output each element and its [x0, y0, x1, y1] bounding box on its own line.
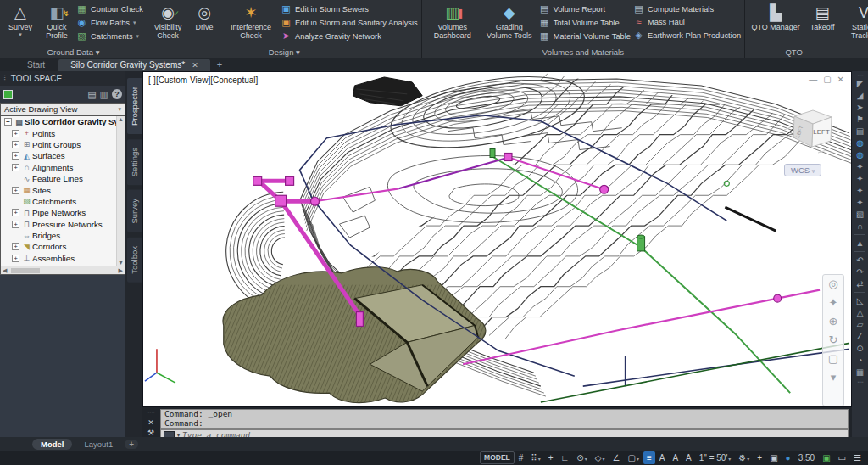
- annotation-visibility-icon[interactable]: A: [656, 451, 669, 464]
- side-tab-prospector[interactable]: Prospector: [127, 78, 142, 134]
- volumes-dashboard-button[interactable]: ▥▌Volumes Dashboard: [426, 2, 480, 40]
- corner-tool-2-icon[interactable]: ◢: [857, 91, 864, 100]
- toolbar-grip[interactable]: ⠤⠤: [857, 73, 863, 76]
- corner-tool-icon[interactable]: ◤: [857, 79, 864, 88]
- customization-menu-icon[interactable]: ☰: [850, 451, 865, 464]
- quick-profile-button[interactable]: ◧↯Quick Profile: [40, 2, 74, 40]
- mass-haul-button[interactable]: ≈Mass Haul: [633, 17, 741, 27]
- snap-mode-icon[interactable]: ⠿▾: [527, 451, 543, 464]
- arc-tool-icon[interactable]: ◔: [857, 356, 862, 365]
- ribbon-panel-title[interactable]: Inquiry ▾: [847, 48, 868, 58]
- edit-in-storm-and-sanitary-analysis-button[interactable]: ▣Edit in Storm and Sanitary Analysis: [281, 17, 418, 28]
- contour-check-button[interactable]: ▦Contour Check: [76, 3, 143, 14]
- compute-materials-button[interactable]: ▤Compute Materials: [633, 3, 741, 14]
- undo-arrow-icon[interactable]: ↶: [856, 255, 863, 265]
- restore-viewport-icon[interactable]: ▢: [823, 75, 831, 84]
- globe-2-icon[interactable]: ◍: [856, 150, 864, 160]
- sparkle-move-icon[interactable]: ✦: [856, 162, 863, 171]
- compass-tool-icon[interactable]: ⊙: [856, 344, 863, 353]
- grade-tool-icon[interactable]: ◺: [857, 296, 864, 305]
- volume-report-button[interactable]: ▤Volume Report: [539, 3, 631, 14]
- command-grip[interactable]: ⠒⠒: [147, 410, 154, 417]
- dynamic-input-icon[interactable]: +: [545, 451, 557, 464]
- visibility-check-button[interactable]: ◉✓Visibility Check: [151, 2, 185, 40]
- ortho-mode-icon[interactable]: ∟: [558, 451, 573, 464]
- status-plus-icon[interactable]: +: [754, 451, 765, 464]
- side-tab-toolbox[interactable]: Toolbox: [127, 238, 142, 283]
- qto-manager-button[interactable]: ▙QTO Manager: [748, 2, 803, 31]
- palette-grip[interactable]: ⠇: [3, 75, 8, 82]
- drive-button[interactable]: ◎Drive: [187, 2, 221, 31]
- material-volume-table-button[interactable]: ▦Material Volume Table: [539, 31, 631, 42]
- zoom-icon[interactable]: ⊕: [829, 316, 838, 327]
- analyze-gravity-network-button[interactable]: ➤Analyze Gravity Network: [281, 31, 418, 42]
- performance-value[interactable]: 3.50: [795, 451, 818, 464]
- navigation-wheel-icon[interactable]: ◎: [828, 278, 837, 289]
- flow-paths-button[interactable]: ◉Flow Paths▾: [76, 17, 143, 28]
- tree-expander-icon[interactable]: +: [12, 243, 19, 250]
- tree-expander-icon[interactable]: −: [4, 118, 12, 126]
- catchments-button[interactable]: ▧Catchments▾: [76, 31, 143, 42]
- tree-expander-icon[interactable]: +: [12, 130, 19, 137]
- new-layout-button[interactable]: +: [125, 440, 138, 449]
- tab-layout1[interactable]: Layout1: [75, 439, 121, 450]
- active-drawing-icon[interactable]: [3, 90, 13, 99]
- redo-arrow-icon[interactable]: ↷: [856, 267, 863, 277]
- survey-button[interactable]: △Survey▾: [3, 2, 37, 38]
- tree-expander-icon[interactable]: +: [12, 164, 19, 171]
- minimize-viewport-icon[interactable]: —: [809, 75, 817, 84]
- lineweight-icon[interactable]: ≡: [643, 451, 655, 464]
- graphics-performance-icon[interactable]: ●: [782, 451, 794, 464]
- panel-icon[interactable]: ▥: [100, 89, 108, 100]
- drawing-viewport[interactable]: [-][Custom View][Conceptual] —▢✕ LEFT LE…: [142, 71, 852, 407]
- clean-screen-icon[interactable]: ▭: [835, 451, 849, 464]
- sheets-icon[interactable]: ▤: [856, 126, 864, 136]
- tree-expander-icon[interactable]: +: [12, 209, 19, 216]
- tree-item-pressure-networks[interactable]: +⊓Pressure Networks: [1, 219, 125, 230]
- ribbon-panel-title[interactable]: Ground Data ▾: [3, 47, 143, 58]
- close-icon[interactable]: ✕: [147, 418, 154, 427]
- scroll-down-icon[interactable]: ▼: [117, 260, 125, 266]
- grading-volume-tools-button[interactable]: ◆Grading Volume Tools: [482, 2, 537, 40]
- interference-check-button[interactable]: ✶Interference Check: [224, 2, 278, 40]
- showmotion-icon[interactable]: ▢: [828, 353, 838, 364]
- object-snap-tracking-icon[interactable]: ∠: [609, 451, 623, 464]
- side-tab-settings[interactable]: Settings: [127, 139, 142, 185]
- viewcube[interactable]: LEFT LEFT: [781, 106, 840, 162]
- takeoff-button[interactable]: ▤Takeoff: [805, 2, 839, 31]
- tree-item-surfaces[interactable]: +◭Surfaces: [1, 150, 125, 161]
- ribbon-panel-title[interactable]: QTO: [748, 47, 839, 58]
- hardware-acceleration-icon[interactable]: ▣: [819, 451, 833, 464]
- globe-icon[interactable]: ◍: [856, 138, 864, 148]
- mountain-flag-icon[interactable]: ▲: [856, 238, 865, 248]
- annotation-scale-value[interactable]: 1" = 50'▾: [696, 451, 735, 464]
- ribbon-panel-title[interactable]: Design ▾: [151, 47, 418, 58]
- pan-icon[interactable]: ✦: [829, 297, 838, 308]
- tab-drawing[interactable]: Silo Corridor Gravity Systems*✕: [58, 59, 210, 71]
- station-tracker-button[interactable]: VStation Tracker: [847, 2, 868, 40]
- scroll-left-icon[interactable]: ◀: [1, 267, 8, 274]
- image-tool-icon[interactable]: ▧: [856, 210, 864, 219]
- toolspace-header[interactable]: ⠇ TOOLSPACE: [0, 71, 125, 86]
- wcs-dropdown[interactable]: WCS ▿: [784, 164, 821, 176]
- slope-tool-icon[interactable]: △: [857, 308, 864, 317]
- viewport-controls-label[interactable]: [-][Custom View][Conceptual]: [148, 76, 258, 85]
- earthwork-plan-production-button[interactable]: ◈Earthwork Plan Production: [633, 30, 741, 41]
- new-tab-button[interactable]: +: [212, 59, 227, 71]
- tree-expander-icon[interactable]: +: [12, 141, 19, 148]
- item-view-icon[interactable]: ▤: [87, 89, 96, 100]
- sparkle-search-icon[interactable]: ✦: [856, 198, 863, 207]
- annotation-scale-icon[interactable]: A: [682, 451, 695, 464]
- drawing-canvas[interactable]: [143, 72, 851, 406]
- total-volume-table-button[interactable]: ▦Total Volume Table: [539, 17, 631, 28]
- ribbon-panel-title[interactable]: Volumes and Materials: [426, 47, 741, 58]
- tree-item-corridors[interactable]: +◥Corridors: [1, 241, 125, 252]
- scroll-right-icon[interactable]: ▶: [117, 267, 125, 274]
- tree-expander-icon[interactable]: +: [12, 221, 19, 228]
- angle-tool-icon[interactable]: ∠: [856, 332, 864, 341]
- scroll-up-icon[interactable]: ▲: [117, 116, 125, 122]
- grid-display-icon[interactable]: #: [515, 451, 527, 464]
- calc-tool-icon[interactable]: ▦: [856, 367, 864, 377]
- isolate-objects-icon[interactable]: ▣: [766, 451, 781, 464]
- sparkle-text-icon[interactable]: ✦: [856, 174, 863, 183]
